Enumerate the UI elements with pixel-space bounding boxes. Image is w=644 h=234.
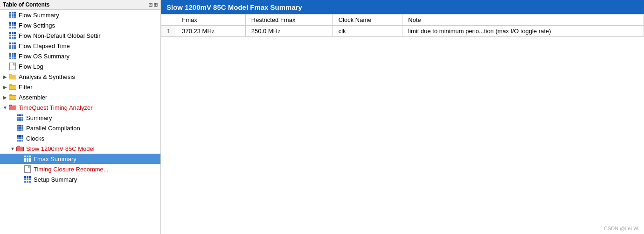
- sidebar-header: Table of Contents ⊡ ⊞: [0, 0, 160, 10]
- toggle-arrow-assembler: ▶: [2, 95, 8, 100]
- item-label-analysis-synthesis: Analysis & Synthesis: [19, 73, 75, 80]
- sidebar: Table of Contents ⊡ ⊞ Flow SummaryFlow S…: [0, 0, 161, 234]
- table-icon-setup-summary: [23, 176, 32, 183]
- item-label-assembler: Assembler: [19, 94, 47, 101]
- table-icon-clocks: [16, 135, 24, 142]
- sidebar-item-flow-elapsed-time[interactable]: Flow Elapsed Time: [0, 41, 160, 51]
- item-label-slow-model: Slow 1200mV 85C Model: [26, 145, 95, 152]
- table-row-0: 1370.23 MHz250.0 MHzclklimit due to mini…: [161, 26, 644, 37]
- sidebar-item-flow-summary[interactable]: Flow Summary: [0, 10, 160, 20]
- main-container: Table of Contents ⊡ ⊞ Flow SummaryFlow S…: [0, 0, 644, 234]
- toggle-arrow-fitter: ▶: [2, 85, 8, 90]
- sidebar-item-fmax-summary[interactable]: Fmax Summary: [0, 154, 160, 164]
- sidebar-item-flow-non-default[interactable]: Flow Non-Default Global Settir: [0, 30, 160, 41]
- table-cell-0-3: clk: [332, 26, 402, 37]
- item-label-clocks: Clocks: [26, 135, 44, 142]
- col-header-2: Restricted Fmax: [245, 14, 332, 26]
- item-label-fmax-summary: Fmax Summary: [34, 156, 76, 163]
- header-icon-2[interactable]: ⊞: [153, 2, 158, 8]
- item-label-fitter: Fitter: [19, 84, 33, 91]
- table-cell-0-2: 250.0 MHz: [245, 26, 332, 37]
- col-header-3: Clock Name: [332, 14, 402, 26]
- item-label-timing-closure: Timing Closure Recomme...: [34, 166, 109, 173]
- table-icon-summary: [16, 114, 24, 121]
- sidebar-item-summary[interactable]: Summary: [0, 113, 160, 123]
- sidebar-item-assembler[interactable]: ▶Assembler: [0, 92, 160, 102]
- folder-icon-assembler: [8, 93, 17, 101]
- doc-icon-flow-log: [8, 63, 17, 70]
- sidebar-item-fitter[interactable]: ▶Fitter: [0, 82, 160, 92]
- item-label-timequest: TimeQuest Timing Analyzer: [19, 104, 92, 111]
- folder-icon-analysis-synthesis: [8, 73, 17, 80]
- table-icon-flow-non-default: [8, 32, 17, 39]
- header-icon-1[interactable]: ⊡: [148, 2, 152, 8]
- table-icon-flow-os-summary: [8, 52, 17, 60]
- table-header-row: FmaxRestricted FmaxClock NameNote: [161, 14, 644, 26]
- fmax-table: FmaxRestricted FmaxClock NameNote 1370.2…: [161, 14, 644, 37]
- table-icon-flow-elapsed-time: [8, 42, 17, 50]
- table-body: 1370.23 MHz250.0 MHzclklimit due to mini…: [161, 26, 644, 37]
- toggle-arrow-analysis-synthesis: ▶: [2, 74, 8, 79]
- item-label-parallel-compilation: Parallel Compilation: [26, 125, 80, 132]
- folder-icon-fitter: [8, 83, 17, 91]
- col-header-1: Fmax: [176, 14, 246, 26]
- item-label-flow-os-summary: Flow OS Summary: [19, 53, 69, 60]
- sidebar-header-icons: ⊡ ⊞: [148, 2, 158, 8]
- watermark: CSDN @Lei W.: [604, 226, 639, 231]
- table-cell-0-4: limit due to minimum perio...tion (max I…: [402, 26, 644, 37]
- table-icon-flow-settings: [8, 21, 17, 29]
- sidebar-item-flow-settings[interactable]: Flow Settings: [0, 20, 160, 30]
- content-table-area: FmaxRestricted FmaxClock NameNote 1370.2…: [161, 14, 644, 234]
- sidebar-tree: Flow SummaryFlow SettingsFlow Non-Defaul…: [0, 10, 160, 234]
- content-panel: Slow 1200mV 85C Model Fmax Summary FmaxR…: [161, 0, 644, 234]
- table-icon-fmax-summary: [23, 155, 32, 163]
- doc-icon-timing-closure: [23, 165, 32, 173]
- folder-icon-slow-model: [16, 145, 24, 152]
- item-label-flow-non-default: Flow Non-Default Global Settir: [19, 32, 101, 39]
- table-cell-0-0: 1: [161, 26, 176, 37]
- item-label-summary: Summary: [26, 114, 52, 121]
- item-label-flow-summary: Flow Summary: [19, 12, 59, 19]
- sidebar-item-setup-summary[interactable]: Setup Summary: [0, 174, 160, 184]
- item-label-flow-elapsed-time: Flow Elapsed Time: [19, 43, 70, 50]
- sidebar-item-flow-os-summary[interactable]: Flow OS Summary: [0, 51, 160, 61]
- table-icon-flow-summary: [8, 11, 17, 19]
- item-label-flow-log: Flow Log: [19, 63, 43, 70]
- sidebar-item-timing-closure[interactable]: Timing Closure Recomme...: [0, 164, 160, 174]
- content-title: Slow 1200mV 85C Model Fmax Summary: [161, 0, 644, 14]
- toggle-arrow-slow-model: ▼: [9, 146, 16, 151]
- toggle-arrow-timequest: ▼: [2, 105, 8, 110]
- sidebar-item-analysis-synthesis[interactable]: ▶Analysis & Synthesis: [0, 71, 160, 82]
- sidebar-item-timequest[interactable]: ▼TimeQuest Timing Analyzer: [0, 102, 160, 113]
- folder-icon-timequest: [8, 104, 17, 111]
- sidebar-item-flow-log[interactable]: Flow Log: [0, 61, 160, 71]
- sidebar-item-slow-model[interactable]: ▼Slow 1200mV 85C Model: [0, 143, 160, 154]
- col-header-4: Note: [402, 14, 644, 26]
- item-label-flow-settings: Flow Settings: [19, 22, 55, 29]
- table-cell-0-1: 370.23 MHz: [176, 26, 246, 37]
- sidebar-item-parallel-compilation[interactable]: Parallel Compilation: [0, 123, 160, 133]
- sidebar-item-clocks[interactable]: Clocks: [0, 133, 160, 143]
- table-icon-parallel-compilation: [16, 124, 24, 132]
- item-label-setup-summary: Setup Summary: [34, 176, 77, 183]
- sidebar-header-title: Table of Contents: [3, 1, 49, 8]
- col-header-0: [161, 14, 176, 26]
